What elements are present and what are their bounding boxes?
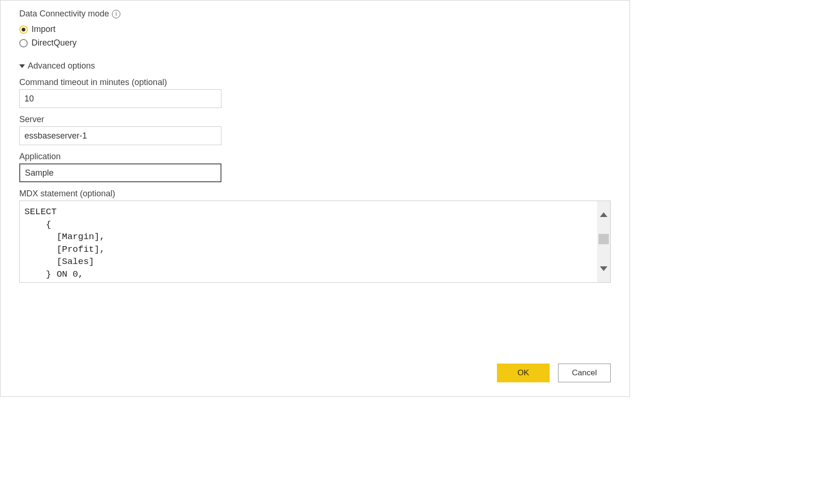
mdx-label: MDX statement (optional) xyxy=(19,189,611,199)
mdx-textarea[interactable]: SELECT { [Margin], [Profit], [Sales] } O… xyxy=(20,201,610,282)
application-input[interactable] xyxy=(19,163,221,182)
radio-directquery[interactable]: DirectQuery xyxy=(19,38,611,48)
radio-icon-unselected xyxy=(19,39,28,47)
scrollbar[interactable] xyxy=(597,201,610,282)
ok-button[interactable]: OK xyxy=(497,364,550,382)
connectivity-mode-label: Data Connectivity mode xyxy=(19,9,109,19)
connectivity-mode-heading: Data Connectivity mode i xyxy=(19,9,611,19)
timeout-label: Command timeout in minutes (optional) xyxy=(19,78,611,87)
info-icon[interactable]: i xyxy=(112,10,120,18)
scroll-up-icon[interactable] xyxy=(600,212,607,217)
triangle-down-icon xyxy=(19,64,25,68)
server-input[interactable] xyxy=(19,126,221,145)
mdx-textarea-container: SELECT { [Margin], [Profit], [Sales] } O… xyxy=(19,201,611,283)
application-label: Application xyxy=(19,152,611,162)
radio-import[interactable]: Import xyxy=(19,24,611,34)
connectivity-radio-group: Import DirectQuery xyxy=(19,24,611,48)
radio-import-label: Import xyxy=(32,24,55,34)
radio-directquery-label: DirectQuery xyxy=(32,38,77,48)
timeout-input[interactable] xyxy=(19,89,221,108)
advanced-options-toggle[interactable]: Advanced options xyxy=(19,61,611,71)
advanced-options-label: Advanced options xyxy=(28,61,95,71)
connection-dialog: Data Connectivity mode i Import DirectQu… xyxy=(0,0,630,397)
scroll-down-icon[interactable] xyxy=(600,266,607,271)
cancel-button[interactable]: Cancel xyxy=(558,364,611,382)
scroll-thumb[interactable] xyxy=(598,234,609,244)
radio-icon-selected xyxy=(19,25,28,34)
dialog-button-row: OK Cancel xyxy=(497,364,611,382)
server-label: Server xyxy=(19,115,611,124)
